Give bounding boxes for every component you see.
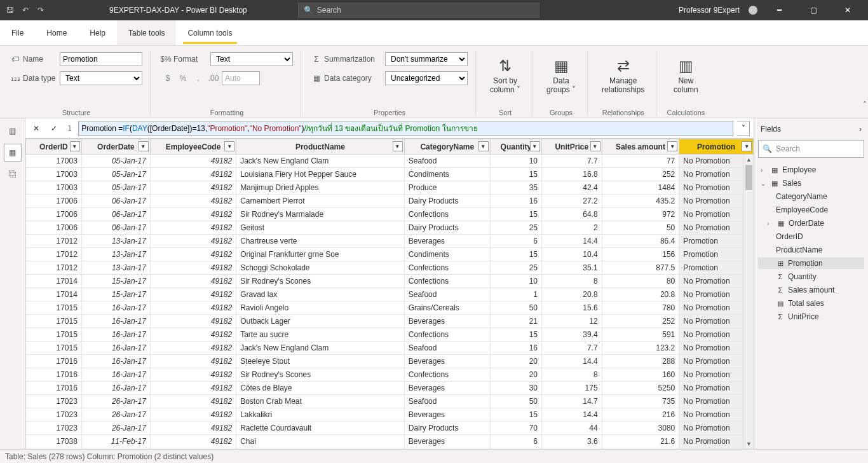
cell[interactable]: 17003 <box>26 181 82 195</box>
field-employeecode[interactable]: EmployeeCode <box>758 204 864 216</box>
undo-icon[interactable]: ↶ <box>20 5 31 15</box>
cell[interactable]: Raclette Courdavault <box>236 422 405 435</box>
cell[interactable]: 15.6 <box>541 301 602 315</box>
cell[interactable]: 86.4 <box>602 235 679 248</box>
cell[interactable]: 05-Jan-17 <box>81 168 150 181</box>
table-row[interactable]: 1701616-Jan-1749182Sir Rodney's SconesCo… <box>26 368 754 382</box>
cell[interactable]: 16-Jan-17 <box>81 382 150 395</box>
cell[interactable]: Promotion <box>679 235 754 248</box>
cell[interactable]: No Promotion <box>679 301 754 315</box>
cell[interactable]: 13-Jan-17 <box>81 261 150 275</box>
cell[interactable]: 16 <box>490 342 541 355</box>
global-search[interactable]: 🔍 Search <box>298 3 539 18</box>
cell[interactable]: Confections <box>404 261 490 275</box>
cell[interactable]: 16-Jan-17 <box>81 301 150 315</box>
col-sales-amount[interactable]: Sales amount▾ <box>602 139 679 155</box>
cell[interactable]: 15 <box>490 328 541 342</box>
table-row[interactable]: 1701616-Jan-1749182Steeleye StoutBeverag… <box>26 355 754 368</box>
filter-dropdown[interactable]: ▾ <box>478 141 489 151</box>
menu-table-tools[interactable]: Table tools <box>117 20 176 45</box>
field-quantity[interactable]: ΣQuantity <box>758 271 864 282</box>
cell[interactable]: Promotion <box>679 248 754 261</box>
field-promotion[interactable]: ⊞Promotion <box>758 258 864 269</box>
avatar[interactable] <box>749 6 757 15</box>
cell[interactable]: 20 <box>490 355 541 368</box>
cell[interactable]: No Promotion <box>679 328 754 342</box>
cell[interactable]: 27.2 <box>541 195 602 208</box>
cell[interactable]: 735 <box>602 395 679 408</box>
cell[interactable]: 1484 <box>602 181 679 195</box>
cell[interactable]: Dairy Products <box>404 422 490 435</box>
cell[interactable]: 49182 <box>150 382 236 395</box>
cell[interactable]: 35 <box>490 181 541 195</box>
col-orderid[interactable]: OrderID▾ <box>26 139 82 155</box>
table-row[interactable]: 1701516-Jan-1749182Ravioli AngeloGrains/… <box>26 301 754 315</box>
cell[interactable]: Boston Crab Meat <box>236 395 405 408</box>
table-row[interactable]: 1702326-Jan-1749182Boston Crab MeatSeafo… <box>26 395 754 408</box>
table-row[interactable]: 1703811-Feb-1749182Steeleye StoutBeverag… <box>26 448 754 450</box>
cell[interactable]: 16 <box>490 195 541 208</box>
datatype-select[interactable]: Text <box>60 71 142 85</box>
cell[interactable]: Steeleye Stout <box>236 448 405 450</box>
cell[interactable]: No Promotion <box>679 422 754 435</box>
cell[interactable]: Seafood <box>404 288 490 301</box>
cell[interactable]: 17006 <box>26 208 82 221</box>
scroll-down-button[interactable]: ▼ <box>744 439 754 449</box>
cell[interactable]: 17006 <box>26 221 82 235</box>
table-row[interactable]: 1701415-Jan-1749182Gravad laxSeafood120.… <box>26 288 754 301</box>
decimal-places-input[interactable] <box>222 71 260 85</box>
cell[interactable]: 216 <box>602 408 679 422</box>
cell[interactable]: 57.6 <box>602 448 679 450</box>
cell[interactable]: Beverages <box>404 235 490 248</box>
cell[interactable]: 435.2 <box>602 195 679 208</box>
cell[interactable]: No Promotion <box>679 155 754 168</box>
filter-dropdown[interactable]: ▾ <box>590 141 600 151</box>
table-sales[interactable]: ⌄▦Sales <box>758 177 864 189</box>
cell[interactable]: Seafood <box>404 342 490 355</box>
table-row[interactable]: 1701415-Jan-1749182Sir Rodney's SconesCo… <box>26 275 754 288</box>
menu-column-tools[interactable]: Column tools <box>176 20 243 45</box>
cell[interactable]: No Promotion <box>679 382 754 395</box>
cell[interactable]: Dairy Products <box>404 195 490 208</box>
cell[interactable]: Confections <box>404 368 490 382</box>
data-view-button[interactable]: ▦ <box>4 144 22 162</box>
cell[interactable]: Sir Rodney's Scones <box>236 275 405 288</box>
cell[interactable]: 10 <box>490 155 541 168</box>
filter-dropdown[interactable]: ▾ <box>393 141 403 151</box>
cell[interactable]: 591 <box>602 328 679 342</box>
table-row[interactable]: 1700305-Jan-1749182Jack's New England Cl… <box>26 155 754 168</box>
cell[interactable]: Côtes de Blaye <box>236 382 405 395</box>
minimize-button[interactable]: ━ <box>766 0 792 20</box>
cell[interactable]: 252 <box>602 315 679 328</box>
cell[interactable]: 17023 <box>26 408 82 422</box>
cell[interactable]: 16-Jan-17 <box>81 368 150 382</box>
scroll-up-button[interactable]: ▲ <box>744 155 754 165</box>
table-row[interactable]: 1701616-Jan-1749182Côtes de BlayeBeverag… <box>26 382 754 395</box>
collapse-ribbon-button[interactable]: ˄ <box>863 100 867 109</box>
cell[interactable]: 20 <box>490 368 541 382</box>
data-grid[interactable]: OrderID▾OrderDate▾EmployeeCode▾ProductNa… <box>25 139 754 449</box>
formula-commit-button[interactable]: ✓ <box>47 121 61 135</box>
cell[interactable]: 15 <box>490 168 541 181</box>
filter-dropdown[interactable]: ▾ <box>667 141 677 151</box>
cell[interactable]: 14.4 <box>541 355 602 368</box>
cell[interactable]: 21.6 <box>602 435 679 448</box>
cell[interactable]: 11-Feb-17 <box>81 435 150 448</box>
cell[interactable]: 49182 <box>150 448 236 450</box>
cell[interactable]: 50 <box>490 301 541 315</box>
cell[interactable]: No Promotion <box>679 315 754 328</box>
cell[interactable]: Confections <box>404 275 490 288</box>
formula-cancel-button[interactable]: ✕ <box>29 121 43 135</box>
cell[interactable]: 15 <box>490 408 541 422</box>
cell[interactable]: Beverages <box>404 382 490 395</box>
cell[interactable]: Steeleye Stout <box>236 355 405 368</box>
cell[interactable]: 17003 <box>26 168 82 181</box>
cell[interactable]: 17015 <box>26 328 82 342</box>
manage-relationships-button[interactable]: ⇄Managerelationships <box>598 51 648 99</box>
cell[interactable]: No Promotion <box>679 195 754 208</box>
cell[interactable]: 7.7 <box>541 342 602 355</box>
cell[interactable]: 49182 <box>150 422 236 435</box>
cell[interactable]: 16-Jan-17 <box>81 315 150 328</box>
cell[interactable]: 26-Jan-17 <box>81 408 150 422</box>
cell[interactable]: Schoggi Schokolade <box>236 261 405 275</box>
